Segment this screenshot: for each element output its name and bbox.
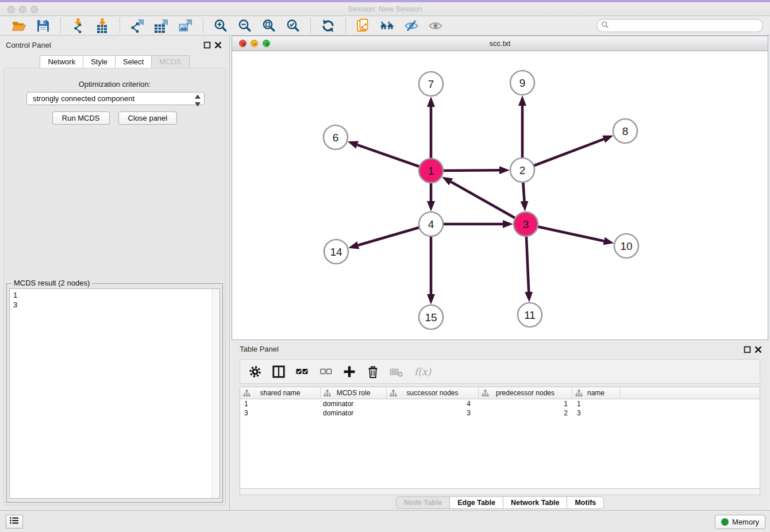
tab-node-table[interactable]: Node Table (396, 496, 450, 509)
export-table-icon[interactable] (153, 18, 170, 34)
graph-node-3[interactable]: 3 (514, 212, 538, 236)
tab-edge-table[interactable]: Edge Table (450, 496, 503, 509)
graph-edge-3-1[interactable] (451, 182, 526, 224)
delete-columns-icon (390, 365, 403, 379)
column-header-MCDS-role[interactable]: MCDS role (321, 387, 387, 399)
close-panel-icon[interactable] (754, 345, 762, 353)
graph-edge-2-8[interactable] (522, 139, 604, 170)
delete-rows-icon[interactable] (366, 365, 380, 379)
svg-text:4: 4 (428, 218, 434, 230)
tab-motifs[interactable]: Motifs (567, 496, 604, 509)
add-icon[interactable] (342, 365, 356, 379)
table-cell[interactable]: dominator (321, 399, 387, 408)
show-panels-button[interactable] (6, 515, 23, 529)
graph-node-11[interactable]: 11 (518, 303, 542, 327)
table-cell[interactable]: 1 (479, 399, 572, 408)
svg-text:9: 9 (519, 77, 526, 89)
search-icon (601, 21, 609, 31)
graph-node-10[interactable]: 10 (614, 234, 638, 258)
table-row[interactable]: 1dominator411 (240, 399, 760, 408)
table-row[interactable]: 3dominator323 (240, 408, 760, 418)
zoom-in-icon[interactable] (213, 18, 229, 34)
network-from-selection-icon[interactable] (355, 18, 371, 34)
save-icon[interactable] (35, 18, 51, 34)
column-header-label: MCDS role (337, 389, 371, 397)
export-network-icon[interactable] (129, 18, 145, 34)
tab-select[interactable]: Select (116, 55, 152, 68)
float-panel-icon[interactable] (744, 345, 751, 353)
function-builder-icon: f(x) (413, 365, 434, 379)
svg-text:7: 7 (428, 78, 434, 90)
column-header-predecessor-nodes[interactable]: predecessor nodes (479, 387, 572, 399)
mcds-result-title: MCDS result (2 nodes) (11, 279, 92, 287)
tab-network-table[interactable]: Network Table (503, 496, 568, 509)
table-cell[interactable]: dominator (321, 408, 387, 418)
svg-text:3: 3 (523, 218, 529, 230)
graph-node-4[interactable]: 4 (419, 212, 443, 236)
column-header-label: name (587, 389, 605, 397)
close-panel-button[interactable]: Close panel (118, 111, 178, 125)
table-cell[interactable]: 3 (240, 408, 321, 418)
table-cell[interactable]: 1 (240, 399, 321, 408)
table-cell[interactable]: 2 (479, 408, 572, 418)
export-image-icon[interactable] (178, 18, 194, 34)
tab-style[interactable]: Style (83, 55, 116, 68)
search-box (596, 19, 763, 32)
first-neighbors-icon[interactable] (379, 18, 395, 34)
table-horizontal-scrollbar[interactable] (240, 489, 760, 495)
result-scrollbar[interactable] (212, 289, 220, 498)
open-icon[interactable] (11, 18, 27, 34)
optimization-criterion-select[interactable]: strongly connected component (26, 92, 205, 105)
deselect-all-rows-icon[interactable] (319, 365, 333, 379)
control-panel-title: Control Panel (6, 41, 51, 49)
graph-node-8[interactable]: 8 (613, 119, 637, 143)
svg-text:8: 8 (622, 125, 629, 137)
search-input[interactable] (609, 20, 763, 31)
run-mcds-button[interactable]: Run MCDS (52, 111, 110, 125)
graph-node-1[interactable]: 1 (419, 159, 443, 183)
show-all-icon[interactable] (428, 18, 444, 34)
apply-layout-icon[interactable] (320, 18, 336, 34)
memory-button[interactable]: Memory (715, 515, 765, 529)
network-canvas[interactable]: 1234678910111415 (232, 51, 768, 340)
graph-node-2[interactable]: 2 (510, 158, 534, 182)
graph-node-15[interactable]: 15 (419, 305, 443, 329)
toggle-columns-icon[interactable] (272, 365, 286, 379)
table-toolbar: f(x) (240, 359, 760, 384)
node-table: shared nameMCDS rolesuccessor nodesprede… (240, 387, 760, 489)
close-panel-icon[interactable] (214, 41, 222, 48)
graph-node-9[interactable]: 9 (510, 71, 534, 95)
network-view-window: scc.txt 1234678910111415 (232, 36, 768, 340)
import-table-icon[interactable] (94, 18, 110, 34)
column-header-shared-name[interactable]: shared name (240, 387, 321, 399)
graph-node-6[interactable]: 6 (324, 125, 348, 149)
zoom-selected-icon[interactable] (285, 18, 301, 34)
tab-network[interactable]: Network (40, 55, 83, 68)
mcds-result-list[interactable]: 1 3 (9, 288, 220, 499)
graph-node-7[interactable]: 7 (419, 72, 443, 96)
column-header-label: successor nodes (406, 389, 458, 397)
hide-selected-icon[interactable] (403, 18, 419, 34)
table-cell[interactable]: 4 (387, 399, 479, 408)
network-window-titlebar: scc.txt (232, 36, 768, 51)
svg-text:f(x): f(x) (414, 365, 432, 377)
window-title: Session: New Session (0, 5, 770, 13)
zoom-fit-icon[interactable] (261, 18, 277, 34)
tab-mcds[interactable]: MCDS (152, 55, 189, 68)
table-cell[interactable]: 3 (572, 408, 620, 418)
mcds-panel: Optimization criterion: strongly connect… (3, 68, 226, 506)
control-panel: Control Panel NetworkStyleSelectMCDS Opt… (0, 36, 230, 510)
table-header-row: shared nameMCDS rolesuccessor nodesprede… (240, 387, 760, 399)
toolbar-separator (60, 18, 61, 33)
table-cell[interactable]: 1 (572, 399, 620, 408)
zoom-out-icon[interactable] (237, 18, 253, 34)
table-settings-icon[interactable] (248, 365, 262, 379)
import-network-icon[interactable] (70, 18, 86, 34)
float-panel-icon[interactable] (203, 41, 211, 48)
select-all-rows-icon[interactable] (295, 365, 309, 379)
column-header-successor-nodes[interactable]: successor nodes (387, 387, 479, 399)
table-cell[interactable]: 3 (387, 408, 479, 418)
graph-node-14[interactable]: 14 (324, 240, 348, 264)
column-header-name[interactable]: name (572, 387, 620, 399)
dropdown-stepper-icon (194, 94, 202, 103)
